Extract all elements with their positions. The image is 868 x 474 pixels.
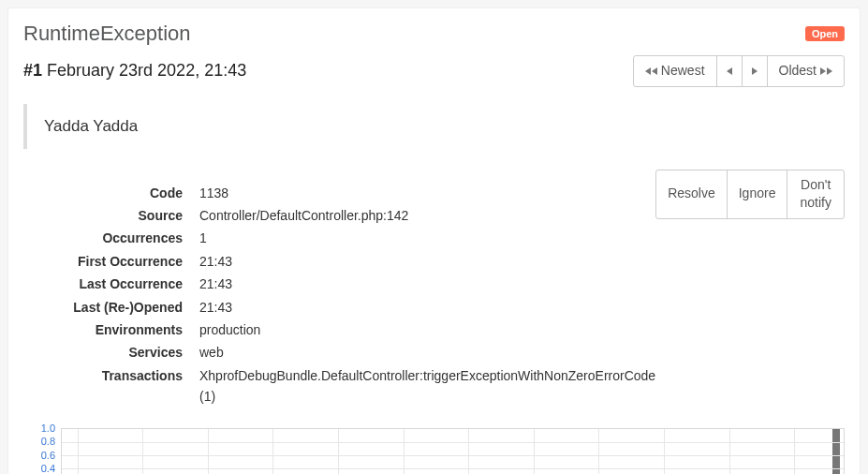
chart-vgrid (338, 429, 339, 475)
chart-vgrid (794, 429, 795, 475)
newest-button[interactable]: Newest (633, 55, 717, 87)
dont-notify-button[interactable]: Don't notify (787, 170, 845, 219)
ignore-button[interactable]: Ignore (727, 170, 788, 219)
details-value-services: web (199, 342, 655, 363)
chart-bar-last (832, 429, 840, 475)
chart-gridline (62, 442, 844, 443)
details-label-reopened: Last (Re-)Opened (23, 297, 183, 318)
next-button[interactable] (742, 55, 768, 87)
double-chevron-left-icon (645, 67, 657, 75)
details-value-source: Controller/DefaultController.php:142 (199, 205, 655, 226)
occurrence-chart: 0.00.20.40.60.81.0 21. Feb06:0012:0018:0… (23, 428, 845, 475)
details-label-first: First Occurrence (23, 251, 183, 272)
details-value-transactions: XhprofDebugBundle.DefaultController:trig… (199, 365, 655, 407)
prev-button[interactable] (716, 55, 743, 87)
chart-vgrid (729, 429, 730, 475)
chevron-right-icon (752, 67, 758, 75)
details-value-occurrences: 1 (199, 228, 655, 248)
details-value-env: production (199, 319, 655, 340)
details-label-last: Last Occurrence (23, 274, 183, 294)
chart-vgrid (664, 429, 665, 475)
occurrence-timestamp: February 23rd 2022, 21:43 (47, 61, 246, 80)
occurrence-heading: #1 February 23rd 2022, 21:43 (23, 61, 246, 81)
oldest-button[interactable]: Oldest (767, 55, 845, 87)
details-table: Code 1138 Source Controller/DefaultContr… (23, 183, 655, 407)
occurrence-nav: Newest Oldest (633, 55, 845, 87)
page-title: RuntimeException (23, 22, 191, 46)
details-value-last: 21:43 (199, 274, 655, 294)
chart-y-tick: 0.8 (41, 436, 55, 447)
chart-vgrid (78, 429, 79, 475)
chart-vgrid (272, 429, 273, 475)
details-label-occurrences: Occurrences (23, 228, 183, 248)
chart-vgrid (598, 429, 599, 475)
chart-vgrid (534, 429, 535, 475)
chart-plot-area (61, 428, 845, 475)
oldest-label: Oldest (779, 63, 817, 78)
chart-y-tick: 0.6 (41, 450, 55, 461)
details-actions-row: Code 1138 Source Controller/DefaultContr… (23, 170, 845, 421)
chart-gridline (62, 455, 844, 456)
details-value-first: 21:43 (199, 251, 655, 272)
chart-vgrid (142, 429, 143, 475)
status-badge: Open (805, 26, 845, 41)
chart-vgrid (404, 429, 405, 475)
details-label-source: Source (23, 205, 183, 226)
header-row: RuntimeException Open (23, 22, 845, 46)
chart-y-axis: 0.00.20.40.60.81.0 (23, 428, 59, 475)
action-buttons: Resolve Ignore Don't notify (655, 170, 845, 219)
occurrence-number: #1 (23, 61, 42, 80)
chart-y-tick: 1.0 (41, 422, 55, 434)
chart-y-tick: 0.4 (41, 463, 55, 474)
resolve-button[interactable]: Resolve (655, 170, 728, 219)
occurrence-heading-row: #1 February 23rd 2022, 21:43 Newest Olde… (23, 55, 845, 87)
chart-vgrid (468, 429, 469, 475)
chevron-left-icon (727, 67, 732, 75)
details-value-code: 1138 (199, 183, 655, 203)
details-label-transactions: Transactions (23, 365, 183, 407)
details-value-reopened: 21:43 (199, 297, 655, 318)
error-detail-panel: RuntimeException Open #1 February 23rd 2… (7, 7, 861, 474)
exception-message: Yadda Yadda (23, 104, 845, 149)
details-label-env: Environments (23, 319, 183, 340)
double-chevron-right-icon (820, 67, 832, 75)
newest-label: Newest (661, 63, 705, 78)
details-label-code: Code (23, 183, 183, 203)
chart-vgrid (208, 429, 209, 475)
chart-gridline (62, 468, 844, 469)
details-label-services: Services (23, 342, 183, 363)
